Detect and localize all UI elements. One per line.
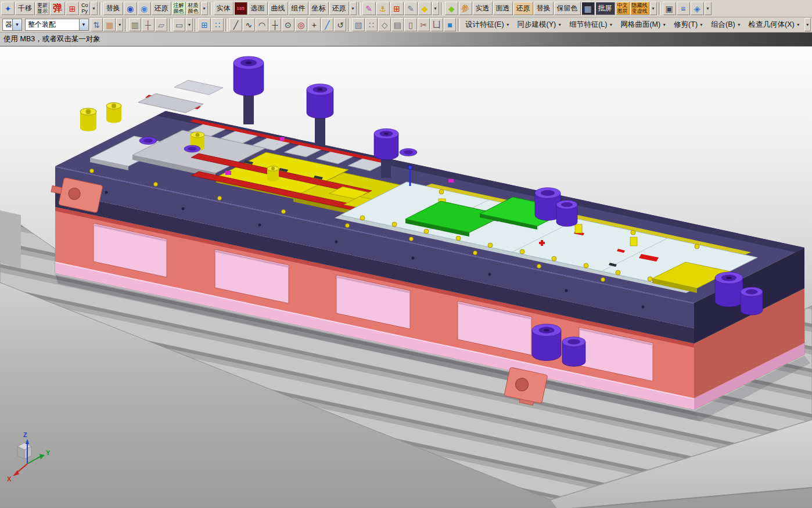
wcs-triad[interactable]: Z Y X [7, 431, 51, 482]
menu-detail-feature-arrow-icon: ▼ [609, 23, 613, 27]
restore-button-1[interactable]: 还原 [152, 2, 171, 15]
hidden-line-button[interactable]: 隐藏线变虚线 [630, 2, 649, 15]
red-grid2-icon[interactable]: ⊞ [390, 2, 404, 15]
angle-line-icon[interactable]: ╱ [321, 18, 333, 31]
bed-left-face [0, 210, 21, 269]
anchor-lock-icon[interactable]: ⚓ [376, 2, 390, 15]
blue-lines-icon[interactable]: ≡ [677, 2, 690, 15]
isometric-cube-icon[interactable]: ▥ [129, 18, 141, 31]
menu-design-feature[interactable]: 设计特征(E)▼ [462, 19, 513, 31]
app-icon[interactable]: ✦ [1, 2, 15, 15]
rotate-arc-icon[interactable]: ↺ [334, 18, 346, 31]
selection-scope-combo-arrow-icon[interactable]: ▼ [79, 19, 88, 30]
restore-button-2[interactable]: 还原 [329, 2, 349, 15]
menu-detail-feature[interactable]: 细节特征(L)▼ [566, 19, 616, 31]
circle-center-icon[interactable]: ⊙ [282, 18, 294, 31]
blue-box-icon[interactable]: ■ [444, 18, 456, 31]
replace-button-1[interactable]: 替换 [103, 2, 123, 15]
menu-mesh-surface[interactable]: 网格曲面(M)▼ [617, 19, 670, 31]
circle-tool-icon[interactable]: ◎ [295, 18, 307, 31]
palette-icon[interactable]: ▦ [103, 18, 116, 31]
chinese-layer-button[interactable]: 中文图层 [616, 2, 630, 15]
menu-trim[interactable]: 修剪(T)▼ [670, 19, 707, 31]
blue-sphere2-icon[interactable]: ◉ [138, 2, 151, 15]
prompt-message: 使用 MB3，或者双击某一对象 [3, 34, 100, 44]
batch-screen-button[interactable]: 批屏 [595, 2, 615, 15]
point-tool-icon[interactable]: ┼ [269, 18, 281, 31]
type-filter-combo[interactable]: 器▼ [2, 19, 22, 31]
grid-icon[interactable]: ⊞ [198, 18, 210, 31]
solid-button[interactable]: 实体 [214, 2, 233, 15]
selection-scope-combo[interactable]: 整个装配▼ [25, 19, 89, 31]
graphics-window[interactable]: Z Y X [0, 46, 812, 508]
gear-edit-icon[interactable]: ✎ [404, 2, 418, 15]
keep-color-button[interactable]: 保留色 [554, 2, 581, 15]
scissors-icon[interactable]: ✂ [418, 18, 430, 31]
toolbar-separator [358, 2, 361, 15]
green-diamond-icon[interactable]: ◆ [445, 2, 458, 15]
component-button[interactable]: 组件 [289, 2, 308, 15]
toolbar-row1: ✦千移更新显示弹⊞CoPy▼替换◉◉还原注解颜色材质颜色▼实体185选面曲线组件… [0, 0, 812, 17]
update-display-button[interactable]: 更新显示 [35, 2, 49, 15]
link-icon[interactable]: ⇅ [91, 18, 103, 31]
toolbar-separator [348, 19, 350, 31]
datum-plane-icon[interactable]: ▱ [155, 18, 167, 31]
annotation-color-button[interactable]: 注解颜色 [172, 2, 186, 15]
tools-dropdown-arrow[interactable]: ▼ [432, 2, 439, 15]
display-dropdown-arrow[interactable]: ▼ [650, 2, 657, 15]
pop-button[interactable]: 弹 [50, 2, 65, 15]
display-185-icon[interactable]: 185 [234, 2, 247, 15]
pan-move-button[interactable]: 千移 [15, 2, 35, 15]
replace-button-2[interactable]: 替换 [534, 2, 554, 15]
type-filter-combo-arrow-icon[interactable]: ▼ [12, 19, 21, 30]
menu-synchronous-modeling[interactable]: 同步建模(Y)▼ [514, 19, 566, 31]
color-dropdown-arrow[interactable]: ▼ [201, 2, 208, 15]
rect-select-icon[interactable]: ▭ [173, 18, 185, 31]
scope-dropdown-arrow[interactable]: ▼ [116, 18, 123, 31]
snap-points-icon[interactable]: ∷ [211, 18, 224, 31]
copy-button[interactable]: CoPy [80, 2, 90, 15]
clipboard-dropdown-arrow[interactable]: ▼ [91, 2, 98, 15]
mirror-icon[interactable]: ◇ [378, 18, 390, 31]
coordinate-button[interactable]: 坐标 [309, 2, 329, 15]
measure-icon[interactable]: ▯ [404, 18, 416, 31]
pattern-icon[interactable]: ∷ [365, 18, 378, 31]
help-icon[interactable]: ◈ [691, 2, 704, 15]
viewport-3d[interactable]: Z Y X [0, 46, 812, 508]
restore-button-3[interactable]: 还原 [513, 2, 533, 15]
param-diamond-icon[interactable]: 参 [459, 2, 472, 15]
toolbar-separator [225, 19, 228, 31]
app-icon-glyph: ✦ [5, 4, 12, 13]
face-translucent-button[interactable]: 面透 [493, 2, 513, 15]
monitor-icon[interactable]: ▣ [663, 2, 676, 15]
spline-tool-icon-glyph: ∿ [246, 20, 253, 30]
select-mode-dropdown-arrow[interactable]: ▼ [186, 18, 192, 31]
curve-button[interactable]: 曲线 [268, 2, 288, 15]
select-face-button[interactable]: 选面 [248, 2, 268, 15]
red-grid2-icon-glyph: ⊞ [393, 4, 400, 13]
solid-translucent-button[interactable]: 实透 [473, 2, 493, 15]
plus-tool-icon[interactable]: + [308, 18, 320, 31]
menu-combine[interactable]: 组合(B)▼ [707, 19, 745, 31]
line-tool-icon[interactable]: ╱ [229, 18, 242, 31]
render-preview-icon[interactable]: ▦ [581, 2, 595, 15]
red-grid-icon[interactable]: ⊞ [66, 2, 79, 15]
help-dropdown-arrow[interactable]: ▼ [705, 2, 712, 15]
material-color-button[interactable]: 材质颜色 [186, 2, 200, 15]
orient-icon[interactable]: ┼ [142, 18, 154, 31]
pencil-pin-icon[interactable]: ✎ [362, 2, 376, 15]
menu-overflow-arrow[interactable]: ▼ [804, 18, 811, 31]
sheet-icon[interactable]: ▤ [391, 18, 404, 31]
blue-sphere-icon-glyph: ◉ [127, 4, 134, 13]
spline-tool-icon[interactable]: ∿ [243, 18, 255, 31]
slot-icon[interactable]: 凵 [430, 18, 443, 31]
trim-body-icon[interactable]: ▧ [352, 18, 364, 31]
blue-sphere-icon[interactable]: ◉ [124, 2, 137, 15]
selection-dropdown-arrow[interactable]: ▼ [350, 2, 357, 15]
yellow-diamond-icon[interactable]: ◆ [418, 2, 432, 15]
gear-edit-icon-glyph: ✎ [407, 4, 414, 13]
arc-tool-icon[interactable]: ◠ [256, 18, 268, 31]
link-icon-glyph: ⇅ [93, 20, 100, 30]
menu-combine-label: 组合(B) [711, 20, 735, 30]
menu-check-geometry[interactable]: 检查几何体(X)▼ [745, 19, 804, 31]
